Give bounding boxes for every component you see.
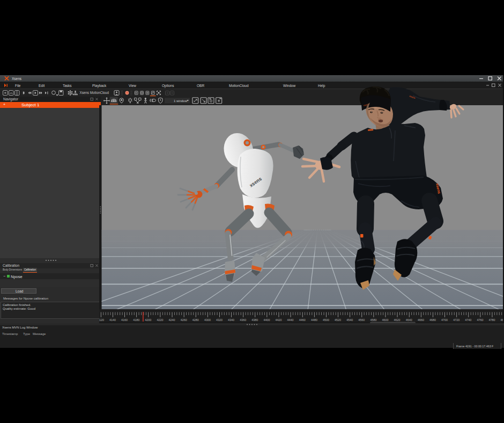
svg-text:4300: 4300 <box>204 318 211 322</box>
svg-text:4700: 4700 <box>441 318 448 322</box>
svg-text:4180: 4180 <box>133 318 139 322</box>
svg-text:4440: 4440 <box>287 318 294 322</box>
svg-text:4120: 4120 <box>99 318 104 322</box>
svg-text:4780: 4780 <box>489 318 495 322</box>
svg-text:4280: 4280 <box>192 318 199 322</box>
svg-text:4460: 4460 <box>299 318 306 322</box>
svg-text:4420: 4420 <box>276 318 282 322</box>
svg-text:4540: 4540 <box>346 318 353 322</box>
svg-text:4220: 4220 <box>157 318 163 322</box>
svg-text:4560: 4560 <box>358 318 365 322</box>
svg-text:4660: 4660 <box>418 318 424 322</box>
svg-text:4580: 4580 <box>370 318 376 322</box>
svg-text:4160: 4160 <box>121 318 128 322</box>
svg-text:4720: 4720 <box>453 318 459 322</box>
svg-text:4680: 4680 <box>429 318 436 322</box>
svg-text:4500: 4500 <box>323 318 329 322</box>
svg-text:4520: 4520 <box>335 318 341 322</box>
svg-text:4340: 4340 <box>228 318 234 322</box>
svg-text:4360: 4360 <box>240 318 246 322</box>
svg-text:4600: 4600 <box>382 318 389 322</box>
svg-text:4640: 4640 <box>406 318 412 322</box>
svg-text:4240: 4240 <box>169 318 175 322</box>
svg-text:4620: 4620 <box>394 318 401 322</box>
svg-text:4200: 4200 <box>145 318 151 322</box>
svg-text:4320: 4320 <box>216 318 223 322</box>
svg-text:4380: 4380 <box>251 318 258 322</box>
svg-text:4480: 4480 <box>311 318 317 322</box>
svg-text:4760: 4760 <box>477 318 483 322</box>
svg-text:4740: 4740 <box>465 318 471 322</box>
svg-text:4260: 4260 <box>181 318 187 322</box>
svg-text:4140: 4140 <box>109 318 116 322</box>
svg-text:4400: 4400 <box>263 318 270 322</box>
